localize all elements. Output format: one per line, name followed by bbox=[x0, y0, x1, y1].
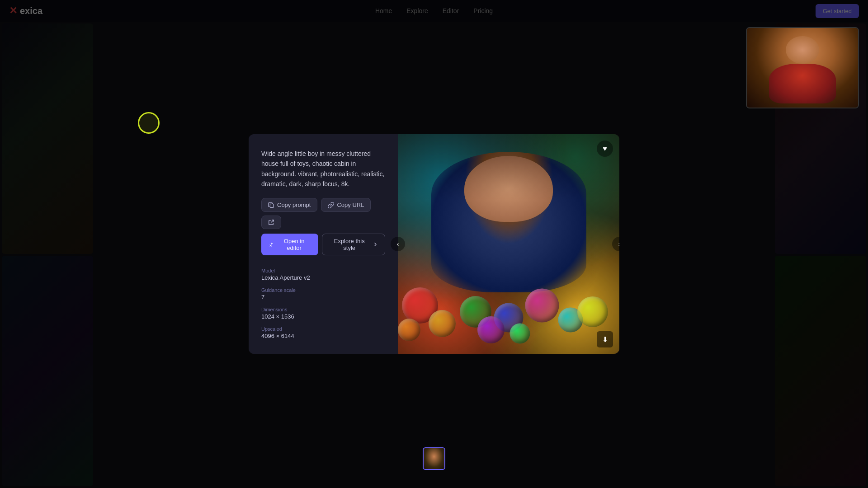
webcam-overlay bbox=[746, 27, 859, 108]
boy-face bbox=[464, 156, 553, 222]
copy-prompt-button[interactable]: Copy prompt bbox=[261, 198, 317, 212]
main-image bbox=[398, 134, 619, 354]
decorative-ball bbox=[525, 289, 559, 323]
external-link-button[interactable] bbox=[261, 216, 281, 229]
prompt-text: Wide angle little boy in messy cluttered… bbox=[261, 149, 385, 189]
model-value: Lexica Aperture v2 bbox=[261, 274, 385, 281]
svg-rect-0 bbox=[270, 204, 274, 207]
decorative-ball bbox=[577, 296, 608, 327]
dimensions-value: 1024 × 1536 bbox=[261, 313, 385, 320]
copy-prompt-label: Copy prompt bbox=[277, 202, 311, 208]
decorative-ball bbox=[398, 319, 420, 341]
copy-icon bbox=[268, 202, 274, 208]
upscaled-label: Upscaled bbox=[261, 326, 385, 332]
modal-left-panel: Wide angle little boy in messy cluttered… bbox=[249, 134, 398, 354]
link-icon bbox=[328, 202, 334, 208]
model-label: Model bbox=[261, 268, 385, 273]
open-in-editor-label: Open in editor bbox=[277, 238, 311, 251]
webcam-head bbox=[786, 36, 819, 64]
external-link-icon bbox=[268, 219, 274, 225]
meta-section: Model Lexica Aperture v2 Guidance scale … bbox=[261, 268, 385, 339]
modal-right-panel: ♥ ⬇ ‹ › bbox=[398, 134, 619, 354]
guidance-value: 7 bbox=[261, 294, 385, 300]
webcam-person bbox=[747, 28, 858, 108]
balls-container bbox=[398, 233, 619, 354]
action-row-2: Open in editor Explore this style bbox=[261, 234, 385, 255]
modal: Wide angle little boy in messy cluttered… bbox=[249, 134, 619, 354]
guidance-label: Guidance scale bbox=[261, 287, 385, 293]
download-button[interactable]: ⬇ bbox=[597, 331, 613, 347]
explore-style-button[interactable]: Explore this style bbox=[322, 234, 385, 255]
upscaled-value: 4096 × 6144 bbox=[261, 333, 385, 339]
modal-overlay: Wide angle little boy in messy cluttered… bbox=[0, 0, 868, 488]
action-row-1: Copy prompt Copy URL bbox=[261, 198, 385, 229]
decorative-ball bbox=[509, 323, 530, 343]
decorative-ball bbox=[477, 316, 505, 343]
chevron-right-icon bbox=[373, 241, 378, 248]
wand-icon bbox=[269, 241, 274, 248]
thumbnail-strip bbox=[423, 447, 445, 470]
dimensions-label: Dimensions bbox=[261, 307, 385, 312]
copy-url-button[interactable]: Copy URL bbox=[321, 198, 371, 212]
open-in-editor-button[interactable]: Open in editor bbox=[261, 234, 318, 255]
copy-url-label: Copy URL bbox=[337, 202, 364, 208]
thumbnail-active[interactable] bbox=[423, 447, 445, 470]
prev-image-button[interactable]: ‹ bbox=[391, 237, 405, 251]
favorite-button[interactable]: ♥ bbox=[597, 141, 613, 157]
explore-style-label: Explore this style bbox=[329, 238, 370, 251]
webcam-shirt bbox=[769, 64, 836, 103]
decorative-ball bbox=[429, 310, 456, 337]
webcam-feed bbox=[747, 28, 858, 108]
